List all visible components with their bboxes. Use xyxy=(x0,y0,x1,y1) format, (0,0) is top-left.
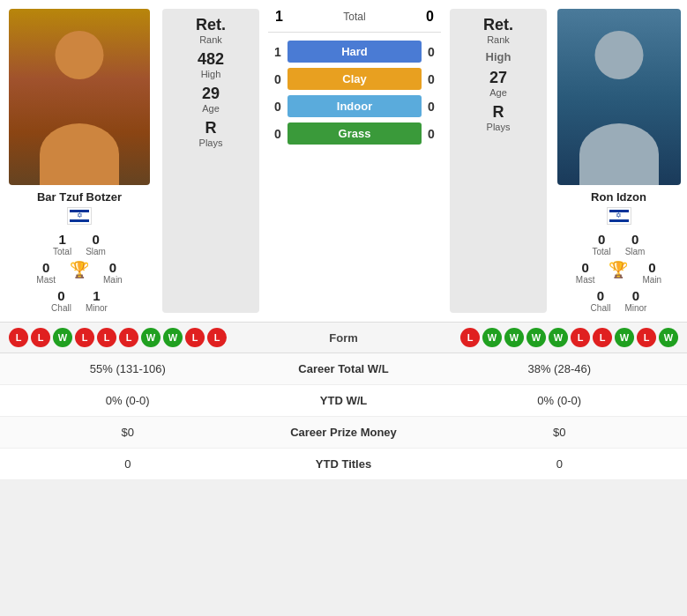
left-form-badge: W xyxy=(141,328,161,347)
right-form-badge: L xyxy=(571,328,590,347)
surface-indoor-row: 0 Indoor 0 xyxy=(268,95,441,117)
table-cell-right: 0% (0-0) xyxy=(432,394,688,407)
player-right-head xyxy=(594,31,643,79)
surface-clay-badge: Clay xyxy=(287,68,422,90)
player-right-photo xyxy=(557,9,681,185)
left-stat-total: 1 Total xyxy=(53,232,71,256)
left-form-badge: W xyxy=(163,328,183,347)
left-stat-main: 0 Main xyxy=(103,260,123,285)
left-plays: R Plays xyxy=(199,119,223,148)
table-cell-center: Career Total W/L xyxy=(256,362,432,375)
form-section: LLWLLLWWLL Form LWWWWLLWLW xyxy=(0,322,687,353)
center-area: 1 Total 0 1 Hard 0 0 Clay 0 0 Indoor 0 0 xyxy=(263,9,446,313)
right-trophy-icon: 🏆 xyxy=(609,260,628,285)
left-form-badge: L xyxy=(75,328,94,347)
right-form-badge: W xyxy=(659,328,678,347)
flag-stripe-bottom xyxy=(70,219,89,222)
right-stat-minor: 0 Minor xyxy=(624,288,646,313)
right-stat-mast: 0 Mast xyxy=(576,260,595,285)
left-form-badge: L xyxy=(97,328,116,347)
surface-hard-badge: Hard xyxy=(287,41,422,63)
flag-right-stripe-bottom xyxy=(609,219,629,222)
player-right-stats: 0 Total 0 Slam 0 Mast 🏆 xyxy=(550,232,687,313)
right-rank: Ret. Rank xyxy=(483,16,513,45)
right-stat-slam: 0 Slam xyxy=(625,232,646,256)
table-cell-left: 0 xyxy=(0,457,256,471)
left-form-badge: L xyxy=(207,328,227,347)
flag-right-star: ✡ xyxy=(616,212,622,219)
right-form-badge: W xyxy=(504,328,524,347)
left-form-badge: L xyxy=(9,328,28,347)
surface-grass-row: 0 Grass 0 xyxy=(268,122,441,145)
table-row: $0Career Prize Money$0 xyxy=(0,417,687,449)
right-form-badge: L xyxy=(460,328,480,347)
left-rank-high: 482 High xyxy=(198,50,224,79)
left-form-badge: L xyxy=(119,328,138,347)
right-stat-main: 0 Main xyxy=(642,260,661,285)
player-left-photo xyxy=(9,9,150,185)
table-cell-center: YTD W/L xyxy=(256,394,432,407)
stats-table: 55% (131-106)Career Total W/L38% (28-46)… xyxy=(0,353,687,480)
left-form-badge: L xyxy=(185,328,205,347)
right-form-badge: W xyxy=(549,328,568,347)
right-stat-row-3: 0 Chall 0 Minor xyxy=(591,288,647,313)
player-left-name: Bar Tzuf Botzer xyxy=(37,190,122,204)
left-form-badge: L xyxy=(31,328,50,347)
right-form-badges: LWWWWLLWLW xyxy=(388,328,679,347)
table-row: 0% (0-0)YTD W/L0% (0-0) xyxy=(0,385,687,417)
right-stat-row-1: 0 Total 0 Slam xyxy=(593,232,646,256)
table-cell-left: 55% (131-106) xyxy=(0,362,256,375)
player-right-body xyxy=(579,123,659,185)
right-form-badge: W xyxy=(482,328,502,347)
right-stat-row-2: 0 Mast 🏆 0 Main xyxy=(576,260,661,285)
right-plays: R Plays xyxy=(487,103,511,132)
left-form-badges: LLWLLLWWLL xyxy=(9,328,300,347)
table-cell-right: 0 xyxy=(432,457,688,471)
right-age: 27 Age xyxy=(489,69,507,98)
flag-star: ✡ xyxy=(77,212,83,219)
player-left-flag: ✡ xyxy=(67,207,92,225)
player-left: Bar Tzuf Botzer ✡ 1 Total 0 Slam xyxy=(0,9,159,313)
left-stat-row-2: 0 Mast 🏆 0 Main xyxy=(36,260,122,285)
right-form-badge: W xyxy=(526,328,546,347)
table-cell-left: 0% (0-0) xyxy=(0,394,256,407)
right-stats-panel: Ret. Rank High 27 Age R Plays xyxy=(450,9,547,313)
table-cell-right: 38% (28-46) xyxy=(432,362,688,375)
players-section: Bar Tzuf Botzer ✡ 1 Total 0 Slam xyxy=(0,0,687,322)
right-rank-high: High xyxy=(486,50,512,63)
total-row: 1 Total 0 xyxy=(268,9,441,33)
table-row: 55% (131-106)Career Total W/L38% (28-46) xyxy=(0,353,687,385)
right-stat-total: 0 Total xyxy=(593,232,611,256)
left-stat-mast: 0 Mast xyxy=(36,260,56,285)
left-stat-minor: 1 Minor xyxy=(86,288,108,313)
player-left-body xyxy=(40,123,119,185)
right-form-badge: L xyxy=(637,328,656,347)
left-stat-row-3: 0 Chall 1 Minor xyxy=(51,288,108,313)
player-right-name: Ron Idzon xyxy=(591,190,646,204)
surface-hard-row: 1 Hard 0 xyxy=(268,41,441,63)
surface-clay-row: 0 Clay 0 xyxy=(268,68,441,90)
table-cell-center: YTD Titles xyxy=(256,457,432,471)
left-stats-panel: Ret. Rank 482 High 29 Age R Plays xyxy=(162,9,259,313)
table-row: 0YTD Titles0 xyxy=(0,449,687,480)
left-stat-chall: 0 Chall xyxy=(51,288,71,313)
right-form-badge: L xyxy=(593,328,612,347)
left-rank: Ret. Rank xyxy=(196,16,226,45)
right-form-badge: W xyxy=(615,328,634,347)
table-cell-center: Career Prize Money xyxy=(256,426,432,439)
table-cell-left: $0 xyxy=(0,426,256,439)
right-stat-chall: 0 Chall xyxy=(591,288,611,313)
left-age: 29 Age xyxy=(202,85,220,114)
player-left-stats: 1 Total 0 Slam 0 Mast 🏆 xyxy=(0,232,159,313)
left-form-badge: W xyxy=(53,328,72,347)
player-left-head xyxy=(56,31,104,79)
main-container: Bar Tzuf Botzer ✡ 1 Total 0 Slam xyxy=(0,0,687,480)
form-label: Form xyxy=(300,331,388,345)
left-stat-row-1: 1 Total 0 Slam xyxy=(53,232,106,256)
table-cell-right: $0 xyxy=(432,426,688,439)
player-right-flag: ✡ xyxy=(607,207,631,225)
player-right: Ron Idzon ✡ 0 Total 0 Slam xyxy=(550,9,687,313)
surface-indoor-badge: Indoor xyxy=(287,95,422,117)
left-stat-slam: 0 Slam xyxy=(86,232,106,256)
left-trophy-icon: 🏆 xyxy=(70,260,89,285)
